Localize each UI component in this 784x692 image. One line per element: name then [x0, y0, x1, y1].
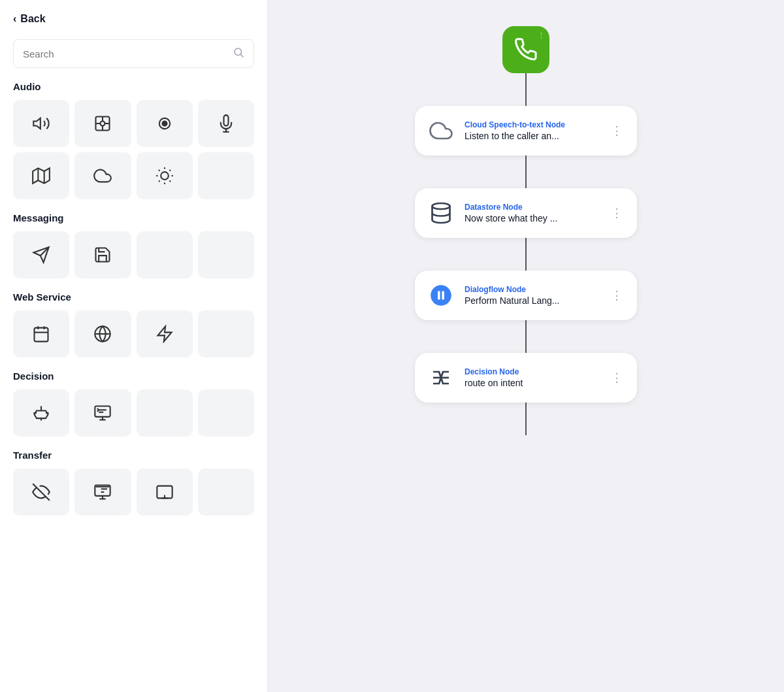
web-service-empty: [198, 310, 254, 357]
screen-icon-cell[interactable]: [137, 469, 193, 516]
microphone-icon-cell[interactable]: [198, 100, 254, 147]
decision-flow-icon: [427, 363, 455, 392]
record-icon-cell[interactable]: [137, 100, 193, 147]
back-button[interactable]: ‹ Back: [13, 10, 254, 27]
svg-marker-2: [33, 118, 41, 129]
decision-section-title: Decision: [13, 371, 254, 382]
svg-point-0: [235, 48, 242, 56]
messaging-icon-grid: [13, 231, 254, 278]
start-node[interactable]: ⋮: [502, 26, 549, 73]
cloud-speech-node[interactable]: Cloud Speech-to-text Node Listen to the …: [415, 106, 637, 156]
datastore-desc: Now store what they ...: [465, 213, 599, 223]
message-save-icon-cell[interactable]: [74, 231, 131, 278]
decision-node[interactable]: Decision Node route on intent ⋮: [415, 353, 637, 403]
datastore-icon: [427, 199, 455, 227]
svg-marker-14: [33, 168, 50, 183]
back-arrow-icon: ‹: [13, 13, 16, 25]
search-container: [13, 39, 254, 68]
computer-decision-icon-cell[interactable]: [74, 389, 131, 437]
connector-2: [525, 156, 527, 188]
start-node-menu[interactable]: ⋮: [538, 31, 546, 40]
globe-icon-cell[interactable]: [74, 310, 131, 357]
svg-point-17: [161, 172, 169, 180]
dialogflow-label: Dialogflow Node: [465, 285, 599, 294]
decision-icon-grid: [13, 389, 254, 437]
cloud-speech-menu-btn[interactable]: ⋮: [608, 121, 625, 140]
decision-empty-1: [137, 389, 193, 437]
svg-marker-34: [157, 326, 171, 341]
dialogflow-content: Dialogflow Node Perform Natural Lang...: [465, 285, 599, 306]
connector-1: [525, 73, 527, 106]
decision-desc: route on intent: [465, 378, 599, 388]
map-icon-cell[interactable]: [13, 152, 69, 199]
web-service-icon-grid: [13, 310, 254, 357]
connector-4: [525, 320, 527, 353]
audio-settings-icon-cell[interactable]: [74, 100, 131, 147]
connector-5: [525, 403, 527, 435]
search-icon: [233, 46, 244, 61]
connector-3: [525, 238, 527, 271]
svg-line-25: [169, 170, 171, 171]
audio-empty-cell: [198, 152, 254, 199]
flow-canvas: ⋮ Cloud Speech-to-text Node Listen to th…: [268, 0, 784, 692]
svg-point-56: [433, 203, 450, 209]
messaging-empty-1: [137, 231, 193, 278]
search-input[interactable]: [23, 48, 233, 59]
dialogflow-menu-btn[interactable]: ⋮: [608, 286, 625, 305]
svg-point-4: [101, 122, 105, 126]
dialogflow-icon: [427, 281, 455, 310]
calendar-icon-cell[interactable]: [13, 310, 69, 357]
cloud-speech-icon: [427, 116, 455, 145]
audio-icon-grid: [13, 100, 254, 199]
transfer-section-title: Transfer: [13, 450, 254, 461]
flow-container: ⋮ Cloud Speech-to-text Node Listen to th…: [415, 26, 637, 435]
decision-split-icon-cell[interactable]: [13, 389, 69, 437]
cloud-audio-icon-cell[interactable]: [74, 152, 131, 199]
bolt-icon-cell[interactable]: [137, 310, 193, 357]
cloud-speech-label: Cloud Speech-to-text Node: [465, 120, 599, 129]
transfer-agent-icon-cell[interactable]: [74, 469, 131, 516]
decision-menu-btn[interactable]: ⋮: [608, 368, 625, 387]
back-label: Back: [20, 13, 45, 25]
hide-icon-cell[interactable]: [13, 469, 69, 516]
dialogflow-desc: Perform Natural Lang...: [465, 295, 599, 306]
datastore-label: Datastore Node: [465, 203, 599, 212]
svg-line-1: [240, 54, 243, 57]
cloud-speech-desc: Listen to the caller an...: [465, 131, 599, 141]
svg-rect-28: [35, 328, 48, 342]
volume-icon-cell[interactable]: [13, 100, 69, 147]
decision-label: Decision Node: [465, 367, 599, 376]
messaging-empty-2: [198, 231, 254, 278]
svg-point-10: [162, 122, 167, 126]
messaging-section-title: Messaging: [13, 212, 254, 223]
datastore-content: Datastore Node Now store what they ...: [465, 203, 599, 223]
decision-empty-2: [198, 389, 254, 437]
svg-line-21: [169, 180, 171, 182]
sidebar: ‹ Back Audio: [0, 0, 268, 692]
svg-line-24: [159, 180, 160, 182]
datastore-node[interactable]: Datastore Node Now store what they ... ⋮: [415, 188, 637, 238]
dialogflow-node[interactable]: Dialogflow Node Perform Natural Lang... …: [415, 271, 637, 320]
datastore-menu-btn[interactable]: ⋮: [608, 203, 625, 223]
transfer-empty: [198, 469, 254, 516]
transfer-icon-grid: [13, 469, 254, 516]
svg-rect-58: [442, 291, 444, 300]
send-icon-cell[interactable]: [13, 231, 69, 278]
audio-section-title: Audio: [13, 81, 254, 92]
brightness-icon-cell[interactable]: [137, 152, 193, 199]
svg-rect-57: [438, 291, 440, 300]
svg-line-20: [159, 170, 160, 171]
web-service-section-title: Web Service: [13, 291, 254, 303]
decision-content: Decision Node route on intent: [465, 367, 599, 388]
cloud-speech-content: Cloud Speech-to-text Node Listen to the …: [465, 120, 599, 141]
